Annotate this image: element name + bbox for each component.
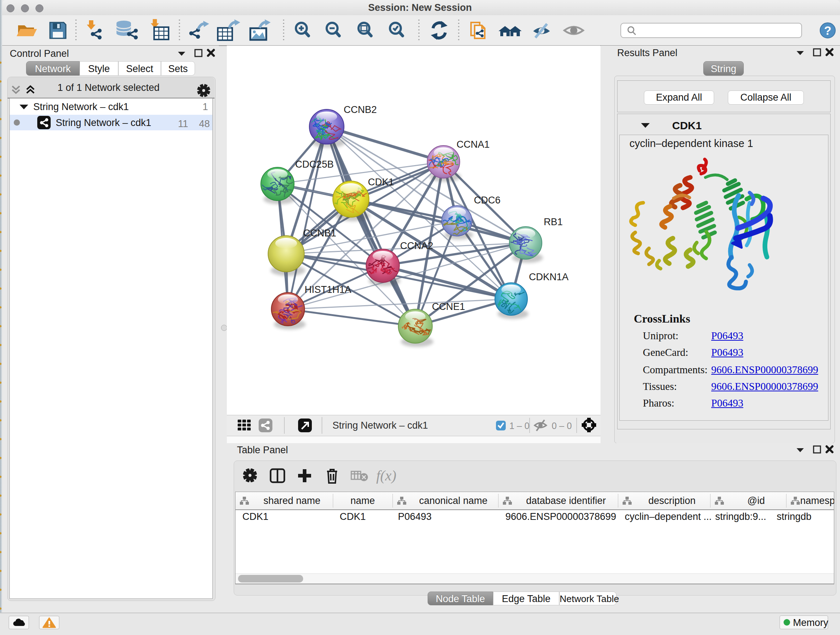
svg-text:CCNB2: CCNB2 xyxy=(344,104,377,115)
svg-text:CCNA1: CCNA1 xyxy=(456,139,490,150)
svg-text:HIST1H1A: HIST1H1A xyxy=(305,284,351,295)
svg-text:CDC6: CDC6 xyxy=(474,195,501,206)
svg-text:?: ? xyxy=(824,24,831,37)
svg-text:CCNA2: CCNA2 xyxy=(400,241,433,251)
svg-text:RB1: RB1 xyxy=(544,217,563,227)
svg-text:CDK1: CDK1 xyxy=(368,177,394,187)
svg-text:CDKN1A: CDKN1A xyxy=(529,272,569,282)
svg-text:CCNB1: CCNB1 xyxy=(303,228,336,239)
svg-text:CDC25B: CDC25B xyxy=(295,159,334,170)
svg-text:CCNE1: CCNE1 xyxy=(432,301,465,312)
